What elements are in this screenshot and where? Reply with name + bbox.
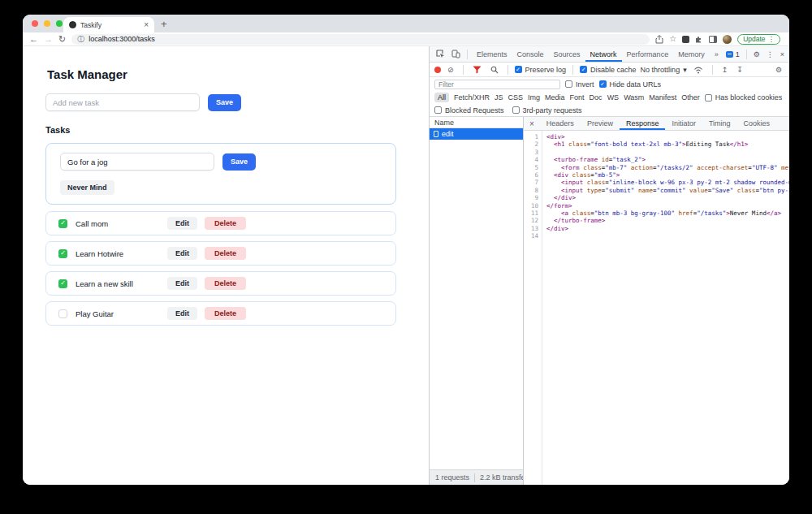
close-window-button[interactable] [32, 20, 38, 27]
task-row: ✓Learn HotwireEditDelete [45, 241, 396, 266]
type-filter-media[interactable]: Media [545, 93, 565, 102]
filter-funnel-icon[interactable] [470, 66, 484, 74]
clear-network-log-icon[interactable]: ⊘ [445, 66, 456, 74]
network-conditions-icon[interactable] [691, 66, 706, 74]
share-icon[interactable] [655, 35, 663, 44]
zoom-window-button[interactable] [56, 20, 63, 27]
close-detail-icon[interactable]: × [524, 119, 540, 128]
has-blocked-cookies-checkbox[interactable]: Has blocked cookies [705, 93, 783, 102]
reload-icon[interactable]: ↻ [58, 35, 66, 44]
minimize-window-button[interactable] [44, 20, 50, 27]
edit-task-button[interactable]: Edit [167, 277, 197, 290]
request-row-edit[interactable]: edit [430, 128, 523, 140]
import-har-icon[interactable]: ↥ [719, 66, 731, 74]
tab-close-icon[interactable]: × [144, 20, 149, 29]
task-checkbox-unchecked[interactable] [58, 309, 67, 318]
detail-tab-cookies[interactable]: Cookies [737, 117, 777, 130]
task-checkbox-checked[interactable]: ✓ [58, 279, 67, 288]
pinned-extension-icon[interactable] [682, 36, 689, 43]
profile-avatar[interactable] [723, 35, 732, 44]
detail-tab-timing[interactable]: Timing [702, 117, 737, 130]
request-name: edit [442, 130, 454, 138]
add-task-save-button[interactable]: Save [208, 94, 241, 111]
type-filter-js[interactable]: JS [495, 93, 503, 102]
delete-task-button[interactable]: Delete [205, 217, 246, 230]
edit-task-button[interactable]: Edit [167, 217, 197, 230]
devtools-tab-console[interactable]: Console [512, 46, 549, 62]
type-filter-fetch-xhr[interactable]: Fetch/XHR [454, 93, 490, 102]
search-icon[interactable] [488, 66, 501, 74]
network-filter-input[interactable] [434, 80, 560, 89]
edit-task-input[interactable] [60, 153, 214, 171]
network-filter-row: Invert ✓ Hide data URLs [430, 77, 789, 91]
devtools-settings-icon[interactable]: ⚙ [751, 50, 762, 58]
never-mind-button[interactable]: Never Mind [60, 180, 114, 195]
detail-tab-initiator[interactable]: Initiator [665, 117, 702, 130]
devtools-close-icon[interactable]: × [778, 50, 787, 58]
disable-cache-checkbox[interactable]: ✓ Disable cache [580, 66, 637, 74]
inspect-element-icon[interactable] [434, 50, 447, 58]
detail-tab-preview[interactable]: Preview [581, 117, 620, 130]
browser-tab[interactable]: Taskify × [63, 17, 154, 32]
devtools-menu-icon[interactable]: ⋮ [764, 50, 776, 58]
task-row: Play GuitarEditDelete [45, 301, 396, 326]
detail-tab-response[interactable]: Response [620, 117, 666, 130]
preserve-log-checkbox[interactable]: ✓ Preserve log [515, 66, 567, 74]
request-list-panel: Name edit 1 requests 2.2 kB transferred [430, 117, 524, 485]
device-toolbar-icon[interactable] [449, 50, 463, 58]
type-filter-wasm[interactable]: Wasm [624, 93, 644, 102]
devtools-tab-bar: ElementsConsoleSourcesNetworkPerformance… [430, 46, 789, 63]
type-filter-doc[interactable]: Doc [590, 93, 603, 102]
blocked-requests-checkbox[interactable]: Blocked Requests [434, 106, 504, 114]
issues-badge[interactable]: 1 [723, 50, 742, 58]
throttling-select[interactable]: No throttling ▾ [641, 66, 687, 74]
delete-task-button[interactable]: Delete [205, 247, 246, 260]
edit-task-button[interactable]: Edit [167, 247, 197, 260]
response-viewer[interactable]: 1234567891011121314 <div> <h1 class="fon… [524, 131, 789, 485]
type-filter-manifest[interactable]: Manifest [649, 93, 676, 102]
devtools-tab-network[interactable]: Network [585, 46, 622, 62]
update-button[interactable]: Update ⋮ [737, 34, 780, 45]
type-filter-all[interactable]: All [434, 93, 449, 102]
new-tab-button[interactable]: + [161, 18, 167, 30]
type-filter-ws[interactable]: WS [607, 93, 620, 102]
checkbox-unchecked-icon [434, 106, 442, 114]
type-filter-img[interactable]: Img [528, 93, 540, 102]
devtools-tab-elements[interactable]: Elements [472, 46, 512, 62]
type-filter-other[interactable]: Other [681, 93, 700, 102]
more-tabs-icon[interactable]: » [711, 50, 722, 58]
export-har-icon[interactable]: ↧ [734, 66, 745, 74]
task-label: Call mom [76, 219, 167, 228]
url-text: localhost:3000/tasks [89, 35, 155, 43]
third-party-checkbox[interactable]: 3rd-party requests [512, 106, 582, 114]
detail-tab-bar: × HeadersPreviewResponseInitiatorTimingC… [524, 117, 789, 131]
type-filter-css[interactable]: CSS [508, 93, 524, 102]
bookmark-star-icon[interactable]: ☆ [669, 35, 676, 43]
invert-checkbox[interactable]: Invert [565, 80, 594, 89]
extensions-puzzle-icon[interactable] [695, 35, 703, 43]
edit-save-button[interactable]: Save [222, 153, 256, 171]
task-checkbox-checked[interactable]: ✓ [58, 219, 67, 228]
side-panel-icon[interactable] [709, 36, 717, 43]
address-bar[interactable]: ⓘ localhost:3000/tasks [71, 34, 650, 45]
name-column-header[interactable]: Name [430, 117, 523, 128]
task-checkbox-checked[interactable]: ✓ [58, 249, 67, 258]
record-network-log-icon[interactable] [434, 67, 441, 73]
devtools-tab-sources[interactable]: Sources [549, 46, 585, 62]
delete-task-button[interactable]: Delete [205, 277, 246, 290]
devtools-panel: ElementsConsoleSourcesNetworkPerformance… [430, 46, 789, 485]
task-row: ✓Call momEditDelete [45, 211, 396, 235]
hide-data-urls-checkbox[interactable]: ✓ Hide data URLs [599, 80, 662, 89]
devtools-tab-memory[interactable]: Memory [673, 46, 710, 62]
add-task-input[interactable] [45, 93, 200, 111]
devtools-tab-performance[interactable]: Performance [622, 46, 674, 62]
forward-icon: → [44, 35, 53, 44]
network-settings-icon[interactable]: ⚙ [773, 66, 784, 74]
site-info-icon[interactable]: ⓘ [77, 34, 84, 45]
type-filter-font[interactable]: Font [570, 93, 585, 102]
edit-task-button[interactable]: Edit [167, 307, 197, 320]
blocked-filters-row: Blocked Requests 3rd-party requests [430, 104, 789, 117]
back-icon[interactable]: ← [29, 35, 38, 44]
detail-tab-headers[interactable]: Headers [540, 117, 581, 130]
delete-task-button[interactable]: Delete [205, 307, 246, 320]
